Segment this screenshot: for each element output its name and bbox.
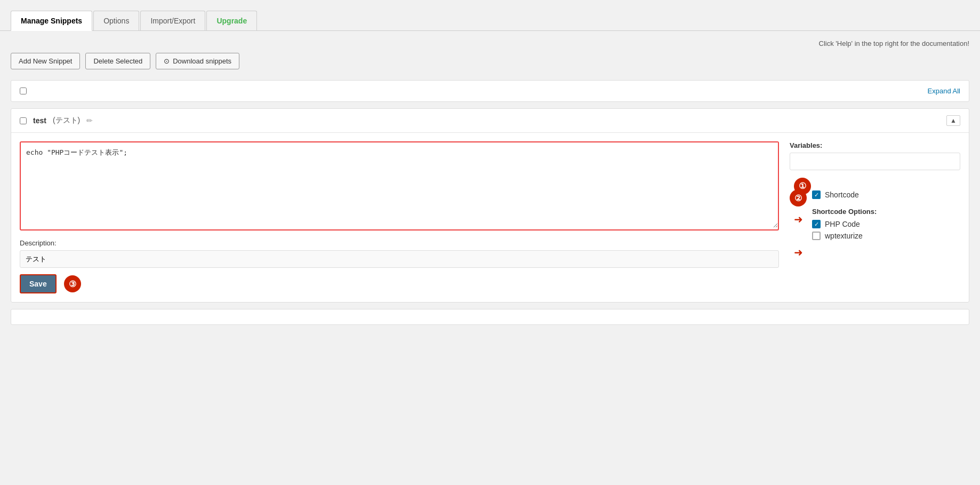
snippet-title-jp: (テスト) [53,116,80,125]
select-all-row: Expand All [11,80,969,102]
shortcode-label: Shortcode [825,190,859,199]
expand-all-link[interactable]: Expand All [928,87,960,95]
variables-input[interactable] [790,153,960,170]
shortcode-options-label: Shortcode Options: [812,208,877,216]
help-row: Click 'Help' in the top right for the do… [11,39,969,47]
help-text: Click 'Help' in the top right for the do… [819,39,969,47]
code-editor-wrapper: echo "PHPコードテスト表示"; [20,141,779,230]
variables-label: Variables: [790,141,960,149]
download-icon: ⊙ [164,57,170,65]
tab-options[interactable]: Options [93,11,139,30]
action-buttons: Add New Snippet Delete Selected ⊙ Downlo… [11,53,969,69]
snippet-checkbox[interactable] [20,117,27,124]
checkboxes-section: ✓ Shortcode Shortcode Options: ✓ PHP Cod… [812,187,877,242]
edit-icon[interactable]: ✏ [86,116,93,125]
save-btn-wrapper: Save ③ [20,274,779,293]
shortcode-check-row: ✓ Shortcode [812,190,877,199]
description-label: Description: [20,239,779,247]
shortcode-section: ② ➜ ➜ ✓ Shortcode [790,187,960,259]
php-code-row: ✓ PHP Code [812,220,877,228]
snippet-title: test [33,116,46,125]
tab-upgrade[interactable]: Upgrade [206,11,257,30]
description-section: Description: [20,239,779,274]
delete-selected-button[interactable]: Delete Selected [85,53,150,69]
php-code-checkbox[interactable]: ✓ [812,220,821,228]
badge-arrows-col: ② ➜ ➜ [790,189,807,259]
snippet-left: echo "PHPコードテスト表示"; ① Description: Save [20,141,779,293]
download-snippets-label: Download snippets [173,57,231,65]
tab-import-export[interactable]: Import/Export [140,11,205,30]
tab-manage-snippets[interactable]: Manage Snippets [11,11,92,31]
save-button[interactable]: Save [20,274,57,293]
wptexturize-checkbox[interactable] [812,232,821,240]
arrow-1: ➜ [794,213,803,226]
collapse-button[interactable]: ▲ [946,115,960,126]
snippet-header: test (テスト) ✏ ▲ [11,109,969,133]
snippet-card-bottom [11,309,969,325]
arrow-2: ➜ [794,246,803,259]
snippet-body: echo "PHPコードテスト表示"; ① Description: Save [11,133,969,302]
badge-2: ② [790,189,807,206]
badge-3: ③ [64,275,81,292]
description-input[interactable] [20,250,779,268]
download-snippets-button[interactable]: ⊙ Download snippets [156,53,239,69]
page-wrapper: Manage Snippets Options Import/Export Up… [0,0,980,485]
main-content: Click 'Help' in the top right for the do… [0,31,980,333]
variables-section: Variables: [790,141,960,179]
snippet-card: test (テスト) ✏ ▲ echo "PHPコードテスト表示"; ① [11,108,969,303]
add-new-snippet-button[interactable]: Add New Snippet [11,53,80,69]
shortcode-checkbox-checked[interactable]: ✓ [812,190,821,199]
php-code-label: PHP Code [825,220,860,228]
wptexturize-row: wptexturize [812,232,877,240]
wptexturize-label: wptexturize [825,232,863,240]
code-editor[interactable]: echo "PHPコードテスト表示"; [21,142,778,228]
code-editor-section: echo "PHPコードテスト表示"; ① [20,141,779,230]
snippet-right: Variables: ② ➜ ➜ [790,141,960,293]
select-all-checkbox[interactable] [20,88,27,94]
tabs-row: Manage Snippets Options Import/Export Up… [0,0,980,31]
